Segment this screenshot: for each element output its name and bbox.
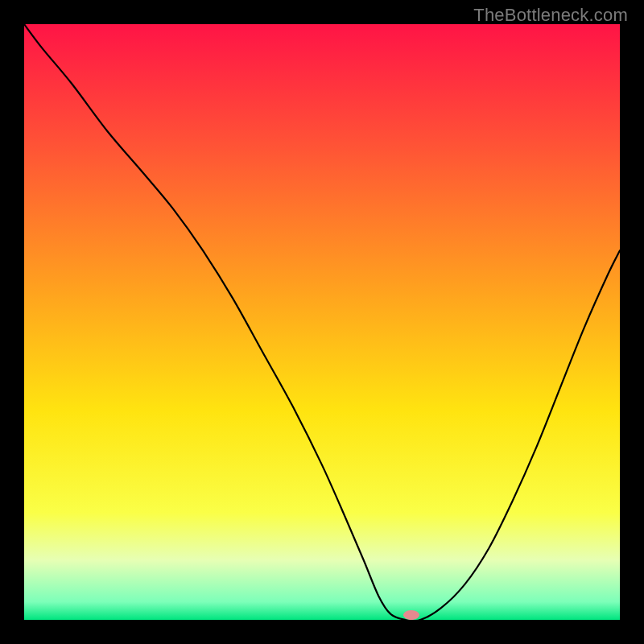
chart-background	[24, 24, 620, 620]
bottleneck-chart	[24, 24, 620, 620]
chart-frame: TheBottleneck.com	[0, 0, 644, 644]
watermark-text: TheBottleneck.com	[473, 5, 628, 26]
optimal-marker	[403, 610, 419, 620]
